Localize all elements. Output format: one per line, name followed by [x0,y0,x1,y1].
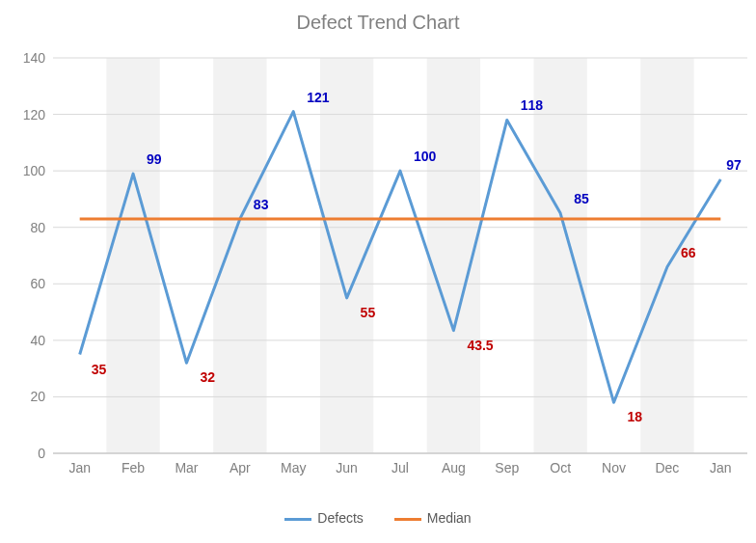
svg-text:83: 83 [254,197,269,212]
svg-text:43.5: 43.5 [467,338,493,353]
svg-text:Mar: Mar [175,460,198,475]
svg-text:Feb: Feb [122,460,145,475]
svg-text:80: 80 [30,220,45,235]
svg-text:Oct: Oct [550,460,571,475]
chart-plot: 020406080100120140 JanFebMarAprMayJunJul… [0,0,756,543]
svg-text:May: May [281,460,306,475]
chart-container: Defect Trend Chart 020406080100120140 Ja… [0,0,756,543]
svg-text:60: 60 [30,276,45,291]
svg-text:Jul: Jul [392,460,409,475]
svg-text:Apr: Apr [230,460,251,475]
svg-text:100: 100 [414,149,437,164]
svg-text:40: 40 [30,333,45,348]
svg-text:55: 55 [361,305,376,320]
svg-text:99: 99 [147,151,162,167]
svg-text:140: 140 [23,50,46,66]
svg-text:Nov: Nov [602,460,626,475]
svg-text:100: 100 [23,163,46,178]
svg-text:121: 121 [307,90,330,105]
svg-text:Jun: Jun [336,460,358,475]
svg-text:Jan: Jan [710,460,732,475]
svg-rect-1 [213,58,266,453]
svg-text:20: 20 [30,389,45,404]
svg-text:118: 118 [521,97,544,113]
legend: Defects Median [0,510,756,526]
svg-rect-0 [106,58,159,453]
svg-text:0: 0 [38,446,45,461]
legend-label: Defects [317,510,363,526]
legend-item-defects: Defects [284,510,363,526]
legend-item-median: Median [394,510,472,526]
legend-label: Median [427,510,472,526]
svg-text:97: 97 [726,157,742,173]
svg-text:Jan: Jan [68,460,91,475]
svg-text:120: 120 [23,107,46,122]
svg-text:35: 35 [92,362,107,377]
line-icon [394,518,421,521]
svg-text:Dec: Dec [655,460,679,475]
svg-text:85: 85 [574,191,589,206]
svg-text:Aug: Aug [442,460,466,475]
line-icon [284,518,311,521]
svg-text:32: 32 [200,369,215,385]
svg-text:66: 66 [681,245,696,260]
svg-text:Sep: Sep [495,460,519,475]
svg-text:18: 18 [628,409,643,424]
svg-rect-4 [533,58,586,453]
